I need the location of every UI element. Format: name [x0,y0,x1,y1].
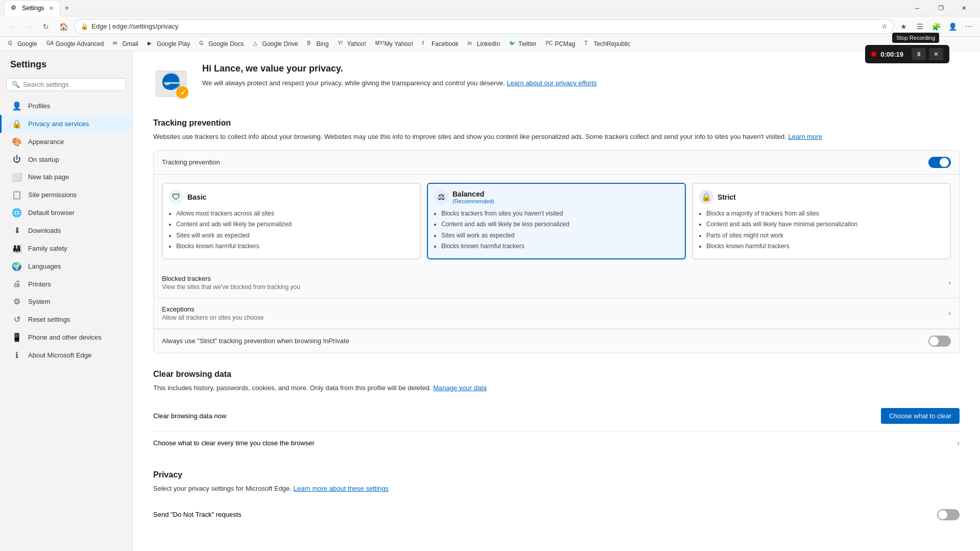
privacy-learn-link[interactable]: Learn about our privacy efforts [507,79,596,87]
forward-button[interactable]: → [21,20,37,33]
do-not-track-toggle-thumb [938,510,947,519]
sidebar-label-newtab: New tab page [28,173,69,181]
bookmark-label: Google Advanced [56,40,104,47]
settings-more-button[interactable]: ⋯ [962,19,976,34]
sidebar-icon-system: ⚙ [12,297,22,306]
inprivate-toggle-row: Always use "Strict" tracking prevention … [154,329,959,353]
bookmark-label: Gmail [122,40,138,47]
home-button[interactable]: 🏠 [55,20,72,33]
exceptions-row[interactable]: Exceptions Allow all trackers on sites y… [154,298,959,329]
tracking-option-basic[interactable]: 🛡 Basic Allows most trackers across all … [162,183,421,259]
choose-every-time-label: Choose what to clear every time you clos… [153,439,315,447]
tracking-option-balanced[interactable]: ⚖ Balanced (Recommended) Blocks trackers… [427,183,686,259]
sidebar-item-system[interactable]: ⚙System [0,293,132,310]
bookmark-twitter[interactable]: 🐦Twitter [505,39,540,49]
option-bullets-strict: Blocks a majority of trackers from all s… [699,208,944,252]
bookmark-google[interactable]: GGoogle [4,39,41,49]
sidebar-label-printers: Printers [28,280,51,288]
option-title-balanced: Balanced [452,190,494,198]
option-title-basic: Basic [187,193,206,201]
bookmark-google-docs[interactable]: GGoogle Docs [195,39,248,49]
sidebar-item-profiles[interactable]: 👤Profiles [0,97,132,115]
collections-button[interactable]: ☰ [913,19,927,34]
do-not-track-toggle[interactable] [937,509,960,520]
bullet-item: Allows most trackers across all sites [176,208,414,220]
restore-button[interactable]: ❐ [929,0,952,16]
search-box[interactable]: 🔍 [6,78,126,91]
sidebar-item-privacy[interactable]: 🔒Privacy and services [0,115,132,133]
bookmark-label: Google [17,40,37,47]
tracking-prevention-section: Tracking prevention Websites use tracker… [153,118,960,353]
bullet-item: Content and ads will likely be personali… [176,219,414,230]
active-tab[interactable]: ⚙ Settings ✕ [4,0,60,16]
bookmark-linkedin[interactable]: inLinkedIn [464,39,504,49]
stop-recording-button[interactable]: ✕ [929,48,943,60]
bookmark-facebook[interactable]: fFacebook [418,39,463,49]
tracking-section-title: Tracking prevention [153,118,960,128]
tab-close-button[interactable]: ✕ [49,5,54,12]
manage-data-link[interactable]: Manage your data [433,384,487,392]
bullet-item: Content and ads will likely have minimal… [706,219,944,230]
lock-icon: 🔒 [81,23,88,30]
clear-now-row: Clear browsing data now Choose what to c… [153,401,960,432]
sidebar-item-resetSettings[interactable]: ↺Reset settings [0,310,132,328]
search-settings-input[interactable] [23,81,121,88]
bookmark-google-advanced[interactable]: GAGoogle Advanced [42,39,108,49]
new-tab-button[interactable]: + [60,2,73,15]
bookmark-google-play[interactable]: ▶Google Play [144,39,194,49]
back-button[interactable]: ← [4,20,19,33]
sidebar-item-defaultbrowser[interactable]: 🌐Default browser [0,204,132,222]
refresh-button[interactable]: ↻ [39,20,53,33]
nav-actions: ★ ☰ 🧩 👤 ⋯ [896,19,976,34]
sidebar-title: Settings [0,59,132,78]
tracking-learn-more-link[interactable]: Learn more [788,133,822,140]
inprivate-toggle[interactable] [928,336,951,347]
close-button[interactable]: ✕ [952,0,976,16]
address-bar[interactable] [91,22,878,30]
profile-button[interactable]: 👤 [945,19,960,34]
sidebar-item-familysafety[interactable]: 👨‍👩‍👧Family safety [0,239,132,257]
sidebar-item-phonedevices[interactable]: 📱Phone and other devices [0,328,132,346]
bookmark-favicon: T [584,40,591,47]
bookmark-label: Twitter [518,40,536,47]
favorites-button[interactable]: ★ [896,19,911,34]
tab-favicon: ⚙ [11,4,19,12]
blocked-trackers-label: Blocked trackers [162,275,300,282]
option-card-header-balanced: ⚖ Balanced (Recommended) [434,190,679,204]
bookmark-google-drive[interactable]: △Google Drive [249,39,302,49]
sidebar-item-sitepermissions[interactable]: 📋Site permissions [0,186,132,204]
recording-time: 0:00:19 [880,51,903,58]
bookmark-yahoo![interactable]: Y!Yahoo! [334,39,370,49]
privacy-settings-learn-link[interactable]: Learn more about these settings [294,485,389,492]
sidebar-item-onstartup[interactable]: ⏻On startup [0,151,132,168]
bookmark-my-yahoo![interactable]: MY!My Yahoo! [371,39,417,49]
blocked-trackers-row[interactable]: Blocked trackers View the sites that we'… [154,268,959,298]
sidebar-item-languages[interactable]: 🌍Languages [0,257,132,275]
sidebar-label-defaultbrowser: Default browser [28,209,75,217]
address-bar-container[interactable]: 🔒 ☆ [74,19,894,34]
bookmark-label: Google Docs [208,40,244,47]
choose-clear-row[interactable]: Choose what to clear every time you clos… [153,432,960,454]
bookmark-bing[interactable]: BBing [303,39,333,49]
tracking-toggle-wrap[interactable] [928,157,951,168]
sidebar-item-printers[interactable]: 🖨Printers [0,275,132,293]
star-icon[interactable]: ☆ [881,22,888,30]
window-controls: ─ ❐ ✕ [905,0,976,16]
tracking-toggle[interactable] [928,157,951,168]
recording-controls: ⏸ ✕ [912,48,943,60]
extensions-button[interactable]: 🧩 [929,19,943,34]
bullet-item: Blocks known harmful trackers [706,241,944,252]
sidebar-item-downloads[interactable]: ⬇Downloads [0,222,132,239]
bookmark-gmail[interactable]: ✉Gmail [109,39,142,49]
tracking-option-strict[interactable]: 🔒 Strict Blocks a majority of trackers f… [692,183,951,259]
pause-recording-button[interactable]: ⏸ [912,48,926,60]
header-text: Hi Lance, we value your privacy. We will… [202,63,596,88]
bookmark-techrepublic[interactable]: TTechRepublic [580,39,634,49]
choose-what-to-clear-button[interactable]: Choose what to clear [881,408,960,424]
bookmark-pcmag[interactable]: PCPCMag [541,39,579,49]
sidebar-item-appearance[interactable]: 🎨Appearance [0,133,132,151]
sidebar-item-aboutedge[interactable]: ℹAbout Microsoft Edge [0,346,132,364]
sidebar-icon-appearance: 🎨 [12,137,22,147]
minimize-button[interactable]: ─ [905,0,929,16]
sidebar-item-newtab[interactable]: ⬜New tab page [0,168,132,186]
